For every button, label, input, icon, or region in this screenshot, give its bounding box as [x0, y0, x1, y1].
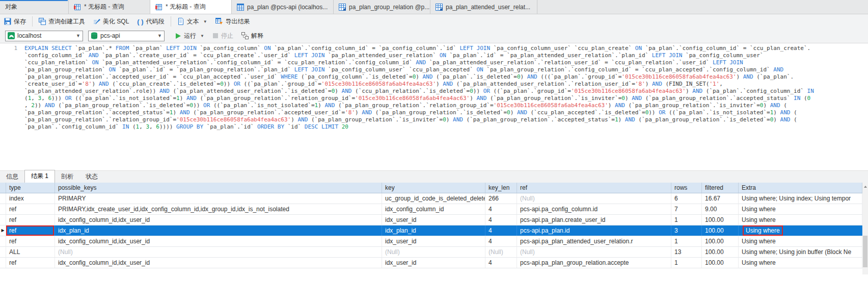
grid-cell[interactable]: 100.00	[702, 215, 739, 225]
grid-cell[interactable]: pcs-api.pa_config_column.id	[517, 204, 671, 214]
window-tab[interactable]: * 无标题 - 查询	[150, 0, 232, 14]
grid-cell[interactable]: 4	[485, 215, 517, 225]
grid-cell[interactable]: idx_config_column_id,idx_user_id	[55, 258, 382, 268]
grid-cell[interactable]: 1	[671, 236, 702, 246]
column-header[interactable]: type	[6, 183, 55, 193]
grid-cell[interactable]: idx_plan_id	[55, 225, 382, 236]
grid-cell[interactable]: 100.00	[702, 225, 739, 236]
stop-label: 停止	[221, 32, 233, 40]
result-tab[interactable]: 剖析	[55, 171, 79, 183]
grid-cell[interactable]: (Null)	[382, 247, 485, 257]
grid-cell[interactable]: pcs-api.pa_plan.id	[517, 225, 671, 236]
explain-button[interactable]: 解释	[237, 30, 267, 42]
beautify-sql-button[interactable]: 美化 SQL	[89, 15, 133, 28]
grid-cell[interactable]: 1	[671, 258, 702, 268]
grid-cell[interactable]: idx_user_id	[382, 258, 485, 268]
grid-cell[interactable]: Using where; Using join buffer (Block Ne	[739, 247, 862, 257]
grid-cell[interactable]: (Null)	[55, 247, 382, 257]
grid-cell[interactable]: (Null)	[485, 247, 517, 257]
column-header[interactable]: Extra	[739, 183, 862, 193]
grid-cell[interactable]: ALL	[6, 247, 55, 257]
grid-cell[interactable]: uc_group_id_code_is_deleted_deleted_at	[382, 193, 485, 204]
grid-cell[interactable]: ref	[6, 215, 55, 225]
grid-cell[interactable]: index	[6, 193, 55, 204]
grid-cell[interactable]: 4	[485, 225, 517, 236]
grid-cell[interactable]: 100.00	[702, 236, 739, 246]
grid-cell[interactable]: idx_config_column_id,idx_user_id	[55, 236, 382, 246]
window-tab[interactable]: * 无标题 - 查询	[69, 0, 150, 14]
grid-cell[interactable]: pcs-api.pa_plan_attended_user_relation.r	[517, 236, 671, 246]
column-header[interactable]: key	[382, 183, 485, 193]
grid-cell[interactable]: PRIMARY,idx_create_user_id,idx_config_co…	[55, 204, 382, 214]
query-builder-label: 查询创建工具	[48, 17, 85, 26]
grid-cell[interactable]: ref	[6, 258, 55, 268]
result-tab[interactable]: 信息	[0, 171, 24, 183]
grid-cell[interactable]: 4	[485, 204, 517, 214]
scrollbar-thumb[interactable]	[863, 236, 867, 267]
grid-cell[interactable]: 9.00	[702, 204, 739, 214]
export-result-button[interactable]: 导出结果	[211, 15, 254, 28]
grid-cell[interactable]: 6	[671, 193, 702, 204]
window-tab[interactable]: pa_plan @pcs-api (localhos...	[232, 0, 334, 14]
table-row[interactable]: refidx_config_column_id,idx_user_ididx_u…	[0, 236, 868, 247]
vertical-scrollbar[interactable]	[862, 183, 868, 274]
grid-cell[interactable]: idx_user_id	[382, 215, 485, 225]
grid-cell[interactable]: ref	[6, 204, 55, 214]
database-select[interactable]: pcs-api ▼	[88, 31, 165, 41]
grid-cell[interactable]: Using where	[739, 215, 862, 225]
grid-cell[interactable]: Using where; Using index; Using tempor	[739, 193, 862, 204]
table-row[interactable]: indexPRIMARYuc_group_id_code_is_deleted_…	[0, 193, 868, 204]
table-row[interactable]: refidx_config_column_id,idx_user_ididx_u…	[0, 215, 868, 225]
table-row[interactable]: ▶refidx_plan_ididx_plan_id4pcs-api.pa_pl…	[0, 225, 868, 236]
column-header[interactable]: filtered	[702, 183, 739, 193]
column-header[interactable]: possible_keys	[55, 183, 382, 193]
scroll-up-arrow[interactable]	[862, 183, 868, 190]
grid-cell[interactable]: idx_plan_id	[382, 225, 485, 236]
grid-cell[interactable]: 266	[485, 193, 517, 204]
grid-cell[interactable]: 16.67	[702, 193, 739, 204]
grid-cell[interactable]: 100.00	[702, 258, 739, 268]
grid-cell[interactable]: ref	[6, 225, 55, 236]
text-view-button[interactable]: 文本 ▼	[173, 15, 211, 28]
grid-cell[interactable]: Using where	[739, 236, 862, 246]
grid-cell[interactable]: 100.00	[702, 247, 739, 257]
window-tab[interactable]: pa_plan_attended_user_relat...	[430, 0, 537, 14]
run-dropdown-arrow[interactable]: ▼	[200, 34, 204, 38]
grid-cell[interactable]: (Null)	[517, 247, 671, 257]
code-snippet-button[interactable]: ( ) 代码段	[133, 15, 168, 28]
grid-cell[interactable]: idx_user_id	[382, 236, 485, 246]
grid-cell[interactable]: 1	[671, 215, 702, 225]
grid-cell[interactable]: 4	[485, 236, 517, 246]
stop-button[interactable]: 停止	[208, 30, 237, 42]
text-view-dropdown-arrow[interactable]: ▼	[203, 19, 207, 24]
grid-cell[interactable]: pcs-api.pa_plan.create_user_id	[517, 215, 671, 225]
column-header[interactable]: rows	[671, 183, 702, 193]
grid-cell[interactable]: 13	[671, 247, 702, 257]
connection-select[interactable]: localhost ▼	[5, 31, 83, 41]
result-tab[interactable]: 结果 1	[24, 170, 55, 183]
grid-cell[interactable]: 3	[671, 225, 702, 236]
window-tab[interactable]: 对象	[0, 0, 69, 14]
query-builder-button[interactable]: 查询创建工具	[35, 15, 89, 28]
grid-cell[interactable]: PRIMARY	[55, 193, 382, 204]
result-tab[interactable]: 状态	[79, 171, 104, 183]
grid-cell[interactable]: ref	[6, 236, 55, 246]
grid-cell[interactable]: Using where	[739, 225, 862, 236]
column-header[interactable]: key_len	[485, 183, 517, 193]
grid-cell[interactable]: 7	[671, 204, 702, 214]
grid-cell[interactable]: (Null)	[517, 193, 671, 204]
table-row[interactable]: ALL(Null)(Null)(Null)(Null)13100.00Using…	[0, 247, 868, 258]
save-button[interactable]: 保存	[0, 15, 30, 28]
grid-cell[interactable]: idx_config_column_id	[382, 204, 485, 214]
grid-cell[interactable]: Using where	[739, 258, 862, 268]
table-row[interactable]: refidx_config_column_id,idx_user_ididx_u…	[0, 258, 868, 268]
grid-cell[interactable]: pcs-api.pa_plan_group_relation.accepte	[517, 258, 671, 268]
column-header[interactable]: ref	[517, 183, 671, 193]
sql-editor[interactable]: 1 EXPLAIN SELECT `pa_plan`.* FROM `pa_pl…	[0, 43, 868, 170]
grid-cell[interactable]: idx_config_column_id,idx_user_id	[55, 215, 382, 225]
grid-cell[interactable]: 4	[485, 258, 517, 268]
run-button[interactable]: 运行 ▼	[171, 30, 208, 42]
table-row[interactable]: refPRIMARY,idx_create_user_id,idx_config…	[0, 204, 868, 215]
window-tab[interactable]: pa_plan_group_relation @p...	[334, 0, 430, 14]
grid-cell[interactable]: Using where	[739, 204, 862, 214]
